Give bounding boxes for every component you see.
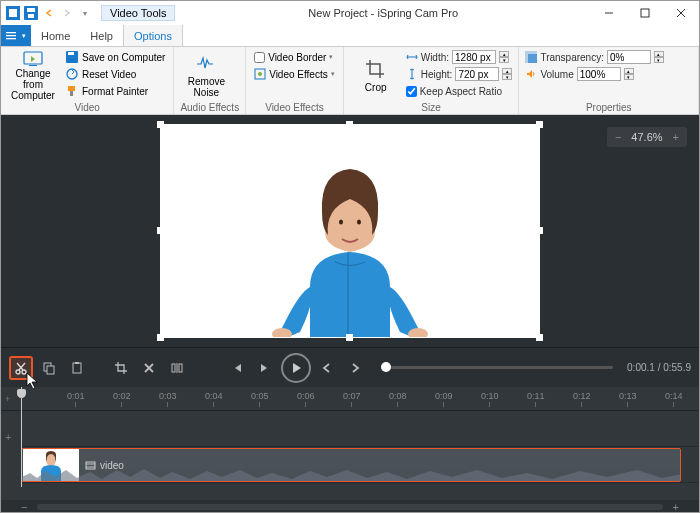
volume-spinner[interactable]: ▴▾ xyxy=(624,68,634,80)
qat-dropdown-icon[interactable]: ▾ xyxy=(77,5,93,21)
canvas[interactable]: − 47.6% + xyxy=(1,115,699,347)
close-button[interactable] xyxy=(663,1,699,25)
resize-handle[interactable] xyxy=(346,121,353,128)
video-clip[interactable]: video xyxy=(21,448,681,482)
file-menu[interactable]: ▾ xyxy=(1,25,31,46)
track-row-video[interactable]: video xyxy=(21,447,699,483)
svg-point-26 xyxy=(357,220,361,225)
crop-button[interactable]: Crop xyxy=(350,49,402,101)
tab-help[interactable]: Help xyxy=(80,25,123,46)
resize-handle[interactable] xyxy=(536,227,543,234)
height-label: Height: xyxy=(421,69,453,80)
paste-button[interactable] xyxy=(65,356,89,380)
tab-options[interactable]: Options xyxy=(123,25,183,46)
svg-rect-4 xyxy=(28,14,34,18)
crop-tool-button[interactable] xyxy=(109,356,133,380)
progress-bar[interactable] xyxy=(381,366,613,369)
redo-icon[interactable] xyxy=(59,5,75,21)
svg-rect-18 xyxy=(70,91,73,96)
add-track-button-2[interactable]: + xyxy=(5,431,11,443)
keep-aspect-checkbox[interactable] xyxy=(406,86,417,97)
video-border-checkbox[interactable] xyxy=(254,52,265,63)
width-label: Width: xyxy=(421,52,449,63)
chevron-down-icon: ▾ xyxy=(331,70,335,78)
step-forward-button[interactable] xyxy=(343,356,367,380)
context-tab: Video Tools xyxy=(101,5,175,21)
change-from-computer-button[interactable]: Change from Computer xyxy=(7,49,59,101)
video-border-button[interactable]: Video Border▾ xyxy=(252,49,337,65)
group-properties-label: Properties xyxy=(525,102,692,114)
svg-rect-34 xyxy=(75,362,79,364)
width-input[interactable]: 1280 px xyxy=(452,50,496,64)
reset-video-button[interactable]: Reset Video xyxy=(63,66,167,82)
ruler-tick: 0:12 xyxy=(573,391,591,407)
track-row-empty[interactable] xyxy=(21,411,699,447)
video-frame[interactable] xyxy=(160,124,540,338)
next-frame-button[interactable] xyxy=(253,356,277,380)
svg-point-20 xyxy=(258,72,262,76)
minimize-button[interactable] xyxy=(591,1,627,25)
volume-label: Volume xyxy=(540,69,573,80)
video-effects-button[interactable]: Video Effects▾ xyxy=(252,66,337,82)
height-icon xyxy=(406,68,418,80)
ruler-tick: 0:11 xyxy=(527,391,545,407)
transparency-input[interactable]: 0% xyxy=(607,50,651,64)
transparency-spinner[interactable]: ▴▾ xyxy=(654,51,664,63)
prev-frame-button[interactable] xyxy=(225,356,249,380)
undo-icon[interactable] xyxy=(41,5,57,21)
cursor-icon xyxy=(25,371,41,391)
step-back-button[interactable] xyxy=(315,356,339,380)
zoom-value: 47.6% xyxy=(631,131,662,143)
svg-point-27 xyxy=(16,370,20,374)
volume-icon xyxy=(525,68,537,80)
delete-button[interactable] xyxy=(137,356,161,380)
split-button[interactable] xyxy=(165,356,189,380)
volume-input[interactable]: 100% xyxy=(577,67,621,81)
resize-handle[interactable] xyxy=(157,227,164,234)
svg-rect-9 xyxy=(6,32,16,33)
resize-handle[interactable] xyxy=(157,334,164,341)
zoom-out-button[interactable]: − xyxy=(615,131,621,143)
save-on-computer-button[interactable]: Save on Computer xyxy=(63,49,167,65)
resize-handle[interactable] xyxy=(536,121,543,128)
playhead[interactable] xyxy=(21,387,22,487)
ruler-tick: 0:02 xyxy=(113,391,131,407)
tab-home[interactable]: Home xyxy=(31,25,80,46)
ruler-tick: 0:05 xyxy=(251,391,269,407)
timeline-scrollbar[interactable] xyxy=(37,504,662,510)
svg-rect-37 xyxy=(172,364,175,372)
group-audio-label: Audio Effects xyxy=(180,102,239,114)
save-icon[interactable] xyxy=(23,5,39,21)
chevron-down-icon: ▾ xyxy=(329,53,333,61)
format-painter-button[interactable]: Format Painter xyxy=(63,83,167,99)
width-spinner[interactable]: ▴▾ xyxy=(499,51,509,63)
height-input[interactable]: 720 px xyxy=(455,67,499,81)
keep-aspect-label: Keep Aspect Ratio xyxy=(420,86,502,97)
timeline-ruler[interactable]: + 0:010:020:030:040:050:060:070:080:090:… xyxy=(1,387,699,411)
resize-handle[interactable] xyxy=(346,334,353,341)
svg-rect-10 xyxy=(6,35,16,36)
ruler-tick: 0:08 xyxy=(389,391,407,407)
resize-handle[interactable] xyxy=(536,334,543,341)
add-track-button[interactable]: + xyxy=(5,394,10,404)
timeline-zoom-out[interactable]: − xyxy=(21,501,27,513)
remove-noise-button[interactable]: Remove Noise xyxy=(180,49,232,101)
play-button[interactable] xyxy=(281,353,311,383)
group-video-label: Video xyxy=(7,102,167,114)
height-spinner[interactable]: ▴▾ xyxy=(502,68,512,80)
svg-rect-13 xyxy=(29,65,37,66)
transparency-icon xyxy=(525,51,537,63)
svg-rect-1 xyxy=(9,9,17,17)
zoom-in-button[interactable]: + xyxy=(673,131,679,143)
window-title: New Project - iSpring Cam Pro xyxy=(175,7,591,19)
maximize-button[interactable] xyxy=(627,1,663,25)
svg-rect-11 xyxy=(6,38,16,39)
progress-thumb[interactable] xyxy=(381,362,391,372)
svg-rect-15 xyxy=(68,52,74,55)
transparency-label: Transparency: xyxy=(540,52,604,63)
resize-handle[interactable] xyxy=(157,121,164,128)
timeline-zoom-in[interactable]: + xyxy=(673,501,679,513)
app-icon xyxy=(5,5,21,21)
svg-rect-32 xyxy=(47,366,54,374)
ruler-tick: 0:10 xyxy=(481,391,499,407)
